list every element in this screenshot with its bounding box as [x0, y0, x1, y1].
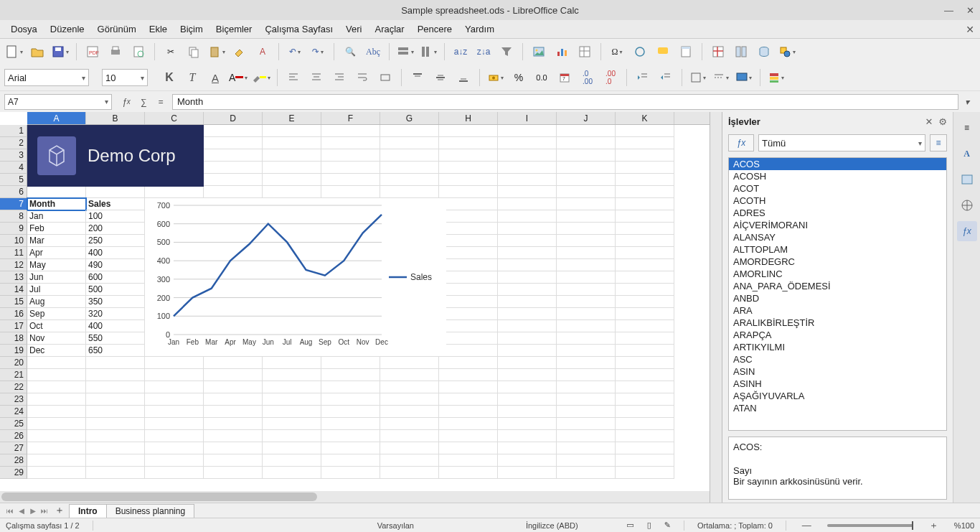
- cell-G22[interactable]: [380, 381, 439, 393]
- cell-I23[interactable]: [498, 393, 557, 406]
- cell-C21[interactable]: [145, 369, 204, 381]
- menu-view[interactable]: Görünüm: [91, 22, 143, 37]
- cell-B27[interactable]: [86, 442, 145, 454]
- menu-tools[interactable]: Araçlar: [368, 22, 410, 37]
- cell-E26[interactable]: [263, 430, 321, 442]
- col-hdr-D[interactable]: D: [204, 112, 263, 124]
- cell-K26[interactable]: [616, 430, 674, 442]
- tab-nav-prev-icon[interactable]: ◀: [16, 507, 27, 515]
- cell-G1[interactable]: [380, 125, 439, 137]
- cell-J6[interactable]: [557, 186, 616, 198]
- function-item[interactable]: ASINH: [729, 378, 946, 390]
- clone-formatting-button[interactable]: [230, 42, 250, 62]
- cell-E4[interactable]: [263, 162, 321, 174]
- cell-F6[interactable]: [321, 186, 380, 198]
- pivot-button[interactable]: [575, 42, 595, 62]
- align-left-button[interactable]: [283, 67, 303, 88]
- row-hdr-4[interactable]: 4: [0, 162, 27, 174]
- row-hdr-13[interactable]: 13: [0, 271, 27, 284]
- align-bottom-button[interactable]: [453, 67, 473, 88]
- menu-help[interactable]: Yardım: [458, 22, 501, 37]
- cell-J9[interactable]: [557, 223, 616, 235]
- cell-K7[interactable]: [616, 198, 674, 210]
- cell-J27[interactable]: [557, 442, 616, 454]
- cell-I7[interactable]: [498, 198, 557, 210]
- status-signature-icon[interactable]: ✎: [664, 521, 671, 530]
- cell-E28[interactable]: [263, 454, 321, 467]
- cell-K29[interactable]: [616, 467, 674, 479]
- cell-A26[interactable]: [27, 430, 86, 442]
- cell-J12[interactable]: [557, 259, 616, 271]
- cell-G26[interactable]: [380, 430, 439, 442]
- cell-E22[interactable]: [263, 381, 321, 393]
- cell-B10[interactable]: 250: [86, 235, 145, 247]
- cell-C25[interactable]: [145, 418, 204, 430]
- function-item[interactable]: ACOTH: [729, 195, 946, 207]
- cell-D26[interactable]: [204, 430, 263, 442]
- cell-A22[interactable]: [27, 381, 86, 393]
- hyperlink-button[interactable]: [630, 42, 650, 62]
- cell-I3[interactable]: [498, 149, 557, 162]
- cell-J19[interactable]: [557, 345, 616, 357]
- border-style-button[interactable]: [711, 67, 731, 88]
- conditional-format-button[interactable]: [766, 67, 786, 88]
- cell-K2[interactable]: [616, 137, 674, 149]
- freeze-button[interactable]: [708, 42, 728, 62]
- cell-F3[interactable]: [321, 149, 380, 162]
- cell-A23[interactable]: [27, 393, 86, 406]
- function-list[interactable]: ACOSACOSHACOTACOTHADRESAİÇVERİMORANIALAN…: [728, 157, 947, 431]
- cell-I28[interactable]: [498, 454, 557, 467]
- cell-I12[interactable]: [498, 259, 557, 271]
- cell-F21[interactable]: [321, 369, 380, 381]
- split-window-button[interactable]: [731, 42, 751, 62]
- name-box[interactable]: A7▾: [4, 94, 112, 110]
- cell-A15[interactable]: Aug: [27, 296, 86, 308]
- row-hdr-6[interactable]: 6: [0, 186, 27, 198]
- function-item[interactable]: ARAPÇA: [729, 329, 946, 341]
- cell-H15[interactable]: [439, 296, 498, 308]
- highlight-button[interactable]: [251, 67, 271, 88]
- cell-I17[interactable]: [498, 320, 557, 332]
- cell-I29[interactable]: [498, 467, 557, 479]
- cell-E27[interactable]: [263, 442, 321, 454]
- cell-H10[interactable]: [439, 235, 498, 247]
- align-right-button[interactable]: [329, 67, 349, 88]
- sheet-tab[interactable]: Intro: [69, 504, 107, 518]
- cell-E29[interactable]: [263, 467, 321, 479]
- cell-F28[interactable]: [321, 454, 380, 467]
- cell-G2[interactable]: [380, 137, 439, 149]
- cell-D23[interactable]: [204, 393, 263, 406]
- find-button[interactable]: 🔍: [340, 42, 360, 62]
- sidebar-tab-styles-icon[interactable]: A: [957, 144, 977, 164]
- cell-H9[interactable]: [439, 223, 498, 235]
- cell-J16[interactable]: [557, 308, 616, 320]
- cell-K14[interactable]: [616, 284, 674, 296]
- currency-format-button[interactable]: [486, 67, 506, 88]
- cell-I16[interactable]: [498, 308, 557, 320]
- cell-E1[interactable]: [263, 125, 321, 137]
- align-middle-button[interactable]: [430, 67, 451, 88]
- open-button[interactable]: [27, 42, 47, 62]
- zoom-out-button[interactable]: —: [799, 520, 814, 531]
- function-item[interactable]: ATAN: [729, 402, 946, 414]
- cell-J11[interactable]: [557, 247, 616, 259]
- cell-I2[interactable]: [498, 137, 557, 149]
- function-item[interactable]: ARTIKYILMI: [729, 341, 946, 353]
- cell-G6[interactable]: [380, 186, 439, 198]
- status-cell-style[interactable]: Varsayılan: [377, 521, 414, 530]
- cell-C29[interactable]: [145, 467, 204, 479]
- cell-K19[interactable]: [616, 345, 674, 357]
- cell-K17[interactable]: [616, 320, 674, 332]
- zoom-level[interactable]: %100: [954, 521, 974, 530]
- cell-J10[interactable]: [557, 235, 616, 247]
- cell-A29[interactable]: [27, 467, 86, 479]
- cell-J18[interactable]: [557, 332, 616, 345]
- cell-J25[interactable]: [557, 418, 616, 430]
- function-item[interactable]: ASC: [729, 353, 946, 365]
- row-hdr-25[interactable]: 25: [0, 418, 27, 430]
- cell-H12[interactable]: [439, 259, 498, 271]
- cell-K20[interactable]: [616, 357, 674, 369]
- cell-G28[interactable]: [380, 454, 439, 467]
- cell-F22[interactable]: [321, 381, 380, 393]
- cell-D21[interactable]: [204, 369, 263, 381]
